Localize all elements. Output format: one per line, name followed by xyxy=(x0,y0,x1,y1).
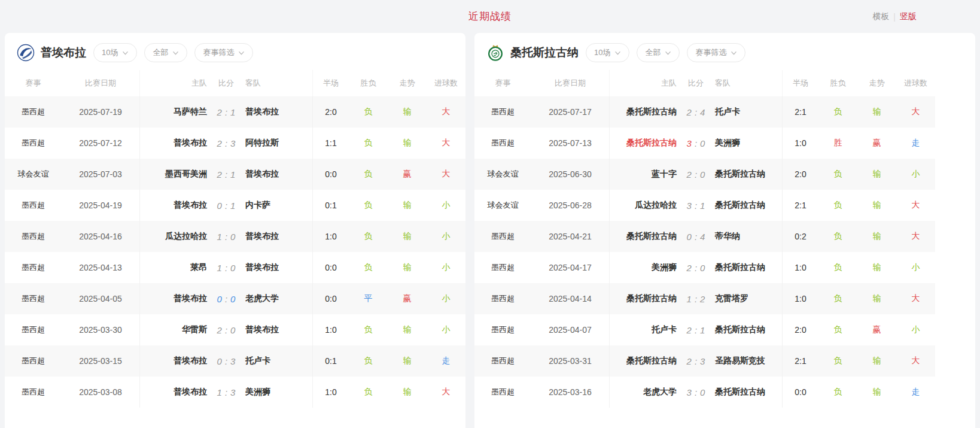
score: 2:3 xyxy=(677,356,715,366)
col-header-score: 比分 xyxy=(677,78,715,89)
league-cell: 墨西超 xyxy=(5,200,62,211)
score: 3:0 xyxy=(677,138,715,148)
home-team: 华雷斯 xyxy=(140,324,207,335)
home-team: 桑托斯拉古纳 xyxy=(610,356,677,366)
panels-container: 普埃布拉 10场 全部 赛事筛选 赛事 比赛日期 主队 比分 客队 xyxy=(0,33,980,428)
count-filter-label: 10场 xyxy=(102,47,118,58)
score-colon: : xyxy=(225,169,227,180)
table-row: 墨西超 2025-04-07 托卢卡 2:1 桑托斯拉古纳 2:0 负 赢 小 xyxy=(474,314,935,345)
away-score: 1 xyxy=(230,169,235,180)
match-cell: 桑托斯拉古纳 2:4 托卢卡 xyxy=(609,96,783,128)
goals-cell: 走 xyxy=(427,356,465,366)
col-header-score: 比分 xyxy=(207,78,245,89)
away-score: 0 xyxy=(230,294,235,304)
league-cell: 墨西超 xyxy=(474,356,531,366)
away-score: 0 xyxy=(230,325,235,335)
halftime-cell: 1:0 xyxy=(783,294,818,303)
away-score: 1 xyxy=(700,325,705,335)
chevron-down-icon xyxy=(122,50,129,56)
winloss-cell: 负 xyxy=(818,200,857,211)
score-colon: : xyxy=(695,201,697,211)
home-score: 2 xyxy=(687,325,692,335)
halftime-cell: 2:0 xyxy=(783,169,818,179)
goals-cell: 大 xyxy=(896,356,935,366)
count-filter-dropdown[interactable]: 10场 xyxy=(586,43,629,62)
goals-cell: 走 xyxy=(896,138,935,148)
league-cell: 墨西超 xyxy=(474,324,531,335)
away-team: 内卡萨 xyxy=(245,200,312,211)
home-team: 瓜达拉哈拉 xyxy=(140,231,207,242)
col-header-league: 赛事 xyxy=(5,78,62,89)
table-row: 墨西超 2025-07-17 桑托斯拉古纳 2:4 托卢卡 2:1 负 输 大 xyxy=(474,96,935,128)
scope-filter-dropdown[interactable]: 全部 xyxy=(637,43,680,62)
trend-cell: 输 xyxy=(857,262,896,273)
competition-filter-dropdown[interactable]: 赛事筛选 xyxy=(687,43,745,62)
home-score: 0 xyxy=(687,232,692,242)
match-cell: 莱昂 1:0 普埃布拉 xyxy=(139,252,313,283)
away-team: 托卢卡 xyxy=(715,107,782,117)
table-row: 墨西超 2025-04-05 普埃布拉 0:0 老虎大学 0:0 平 赢 小 xyxy=(5,283,465,314)
goals-cell: 走 xyxy=(896,387,935,397)
winloss-cell: 平 xyxy=(349,293,388,304)
goals-cell: 大 xyxy=(896,200,935,211)
away-team: 桑托斯拉古纳 xyxy=(715,387,782,397)
league-cell: 墨西超 xyxy=(474,138,531,148)
match-cell: 马萨特兰 2:1 普埃布拉 xyxy=(139,96,313,128)
home-team: 墨西哥美洲 xyxy=(140,169,207,180)
away-team: 普埃布拉 xyxy=(245,107,312,117)
date-cell: 2025-07-19 xyxy=(62,107,139,117)
away-score: 1 xyxy=(230,201,235,211)
count-filter-label: 10场 xyxy=(594,47,610,58)
trend-cell: 赢 xyxy=(857,138,896,148)
trend-cell: 赢 xyxy=(388,293,427,304)
date-cell: 2025-04-19 xyxy=(62,201,139,210)
winloss-cell: 负 xyxy=(349,387,388,397)
winloss-cell: 负 xyxy=(349,169,388,180)
score-colon: : xyxy=(225,294,227,304)
winloss-cell: 胜 xyxy=(818,138,857,148)
date-cell: 2025-04-16 xyxy=(62,232,139,241)
home-score: 0 xyxy=(217,356,222,366)
away-score: 0 xyxy=(230,232,235,242)
goals-cell: 小 xyxy=(427,200,465,211)
league-cell: 墨西超 xyxy=(5,138,62,148)
halftime-cell: 0:2 xyxy=(783,232,818,241)
score: 1:0 xyxy=(207,263,245,273)
away-team: 桑托斯拉古纳 xyxy=(715,200,782,211)
count-filter-dropdown[interactable]: 10场 xyxy=(93,43,137,62)
col-header-match: 主队 比分 客队 xyxy=(609,70,783,96)
table-row: 墨西超 2025-03-15 普埃布拉 0:3 托卢卡 0:1 负 输 走 xyxy=(5,345,465,377)
score: 2:1 xyxy=(207,107,245,117)
horizontal-layout-link[interactable]: 横板 xyxy=(872,11,889,22)
col-header-away: 客队 xyxy=(715,78,782,89)
date-cell: 2025-04-13 xyxy=(62,263,139,272)
match-cell: 桑托斯拉古纳 3:0 美洲狮 xyxy=(609,128,783,159)
competition-filter-label: 赛事筛选 xyxy=(203,47,234,58)
league-cell: 墨西超 xyxy=(5,107,62,117)
away-score: 2 xyxy=(700,294,705,304)
vertical-layout-link[interactable]: 竖版 xyxy=(900,11,917,22)
trend-cell: 输 xyxy=(388,356,427,366)
col-header-date: 比赛日期 xyxy=(62,78,139,89)
goals-cell: 大 xyxy=(896,231,935,242)
winloss-cell: 负 xyxy=(349,200,388,211)
score-colon: : xyxy=(695,356,697,366)
score-colon: : xyxy=(225,356,227,366)
score-colon: : xyxy=(695,325,697,335)
away-score: 3 xyxy=(230,356,235,366)
halftime-cell: 2:1 xyxy=(783,201,818,210)
competition-filter-dropdown[interactable]: 赛事筛选 xyxy=(194,43,253,62)
table-body: 墨西超 2025-07-17 桑托斯拉古纳 2:4 托卢卡 2:1 负 输 大 … xyxy=(474,96,935,408)
halftime-cell: 0:0 xyxy=(313,294,349,303)
halftime-cell: 2:1 xyxy=(783,356,818,366)
scope-filter-dropdown[interactable]: 全部 xyxy=(144,43,187,62)
home-score: 2 xyxy=(687,107,692,117)
score-colon: : xyxy=(695,107,697,117)
league-cell: 墨西超 xyxy=(5,387,62,397)
goals-cell: 大 xyxy=(427,107,465,117)
halftime-cell: 2:1 xyxy=(783,107,818,117)
away-score: 4 xyxy=(700,107,705,117)
date-cell: 2025-06-28 xyxy=(531,201,609,210)
winloss-cell: 负 xyxy=(349,356,388,366)
away-score: 4 xyxy=(700,232,705,242)
